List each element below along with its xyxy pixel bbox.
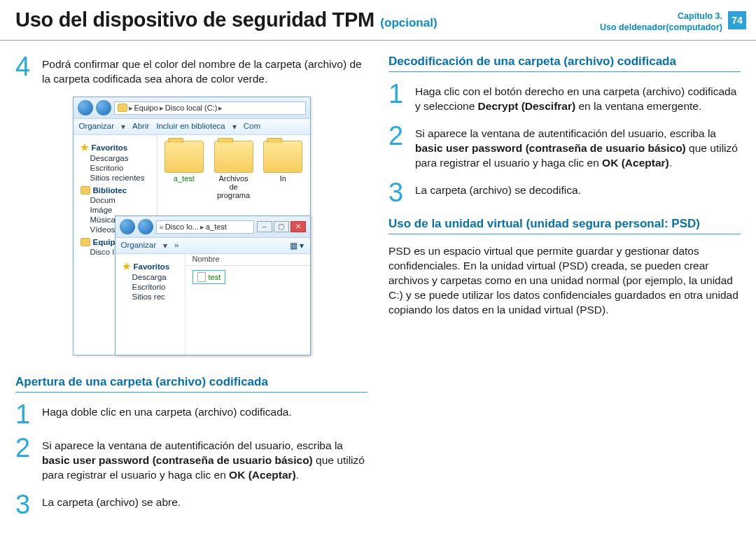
chevron-icon: ▸ — [200, 223, 204, 232]
breadcrumb[interactable]: « Disco lo... ▸ a_test — [156, 220, 254, 234]
forward-icon[interactable] — [96, 100, 111, 115]
folder-atest[interactable]: a_test — [164, 141, 204, 183]
forward-icon[interactable] — [138, 219, 153, 234]
step-text: La carpeta (archivo) se abre. — [42, 493, 181, 516]
dec-step-3: 3 La carpeta (archivo) se decodifica. — [388, 181, 741, 204]
crumb-atest[interactable]: a_test — [206, 223, 227, 231]
folder-icon — [164, 141, 204, 173]
crumb-disco[interactable]: Disco lo... — [165, 223, 199, 231]
breadcrumb[interactable]: ▸ Equipo ▸ Disco local (C:) ▸ — [114, 101, 306, 115]
step-number: 2 — [388, 124, 408, 171]
step-text: Podrá confirmar que el color del nombre … — [42, 55, 368, 87]
sidebar-item[interactable]: Escritorio — [132, 283, 182, 291]
folder-name-encrypted: a_test — [164, 174, 204, 183]
dec-step-2: 2 Si aparece la ventana de autentificaci… — [388, 124, 741, 171]
explorer-window-2: « Disco lo... ▸ a_test – ▢ ✕ Organizar▾ … — [115, 216, 311, 355]
page-title: Uso del dispositivo de seguridad TPM — [15, 8, 374, 31]
folder-icon — [214, 141, 253, 173]
section-psd-heading: Uso de la unidad virtual (unidad segura … — [388, 217, 741, 234]
crumb-equipo[interactable]: Equipo — [134, 104, 158, 112]
left-column: 4 Podrá confirmar que el color del nombr… — [15, 55, 368, 526]
step-text: Haga doble clic en una carpeta (archivo)… — [42, 402, 292, 426]
folder-icon — [263, 141, 302, 173]
file-test-highlighted[interactable]: test — [192, 270, 226, 284]
tb-com[interactable]: Com — [244, 122, 260, 132]
sidebar-libraries[interactable]: Bibliotec — [80, 186, 154, 195]
column-header[interactable]: Nombre — [186, 253, 310, 266]
view-icon[interactable]: ▦ ▾ — [290, 241, 304, 251]
chevron-left-icon: « — [160, 223, 164, 231]
tb-open[interactable]: Abrir — [132, 122, 149, 132]
computer-icon — [118, 104, 127, 112]
tb-more-icon[interactable]: » — [174, 241, 178, 251]
step-text: La carpeta (archivo) se decodifica. — [415, 181, 581, 204]
step-text: Haga clic con el botón derecho en una ca… — [415, 82, 741, 114]
page-number-badge: 74 — [728, 11, 746, 29]
sidebar-item[interactable]: Sitios rec — [132, 292, 182, 301]
folder-name: Archivos de programa — [214, 174, 253, 199]
step-4: 4 Podrá confirmar que el color del nombr… — [15, 55, 368, 87]
header-right: Capítulo 3. Uso deldenador(computador) 7… — [600, 8, 756, 33]
chapter-line1: Capítulo 3. — [600, 11, 722, 22]
page-title-wrap: Uso del dispositivo de seguridad TPM (op… — [15, 8, 438, 31]
step-number: 3 — [15, 493, 35, 516]
chevron-icon: ▸ — [129, 104, 133, 113]
library-icon — [80, 186, 90, 195]
step-text: Si aparece la ventana de autentificación… — [42, 436, 368, 483]
window-nav: ▸ Equipo ▸ Disco local (C:) ▸ — [74, 97, 310, 119]
sidebar-item[interactable]: Imáge — [90, 206, 154, 214]
sidebar-item[interactable]: Escritorio — [90, 164, 154, 172]
sidebar-item[interactable]: Descargas — [90, 154, 154, 162]
crumb-disco[interactable]: Disco local (C:) — [165, 104, 218, 112]
dec-step-1: 1 Haga clic con el botón derecho en una … — [388, 82, 741, 114]
close-icon[interactable]: ✕ — [290, 221, 306, 232]
chevron-icon: ▸ — [160, 104, 164, 113]
sidebar: ★Favoritos Descarga Escritorio Sitios re… — [115, 253, 186, 355]
folder-name: In — [263, 174, 303, 183]
page-subtitle: (opcional) — [380, 16, 437, 29]
right-column: Decodificación de una carpeta (archivo) … — [388, 55, 741, 526]
step-number: 3 — [388, 181, 408, 204]
file-icon — [197, 272, 206, 282]
sidebar-item[interactable]: Descarga — [132, 273, 182, 281]
sidebar-item[interactable]: Sitios recientes — [90, 174, 154, 182]
back-icon[interactable] — [120, 219, 135, 234]
open-step-2: 2 Si aparece la ventana de autentificaci… — [15, 436, 368, 483]
minimize-icon[interactable]: – — [257, 221, 272, 232]
toolbar: Organizar▾ » ▦ ▾ — [115, 238, 310, 254]
file-name-encrypted: test — [209, 273, 221, 281]
open-step-1: 1 Haga doble clic en una carpeta (archiv… — [15, 402, 368, 426]
star-icon: ★ — [80, 142, 89, 153]
open-step-3: 3 La carpeta (archivo) se abre. — [15, 493, 368, 516]
tb-organize[interactable]: Organizar — [79, 122, 115, 132]
section-open-heading: Apertura de una carpeta (archivo) codifi… — [15, 375, 368, 393]
step-number: 1 — [388, 82, 408, 114]
step-number: 1 — [15, 402, 35, 426]
star-icon: ★ — [122, 261, 131, 271]
step-number: 4 — [15, 55, 35, 87]
back-icon[interactable] — [78, 100, 93, 115]
content-columns: 4 Podrá confirmar que el color del nombr… — [0, 41, 756, 526]
sidebar-item[interactable]: Docum — [90, 196, 154, 204]
folder-archivos[interactable]: Archivos de programa — [214, 141, 253, 199]
step-text: Si aparece la ventana de autentificación… — [415, 124, 741, 171]
window-nav: « Disco lo... ▸ a_test – ▢ ✕ — [115, 216, 310, 238]
computer-icon — [80, 238, 90, 246]
maximize-icon[interactable]: ▢ — [274, 221, 289, 232]
tb-include[interactable]: Incluir en biblioteca — [156, 122, 225, 132]
chevron-icon: ▸ — [218, 104, 223, 113]
tb-organize[interactable]: Organizar — [121, 241, 157, 251]
window-controls: – ▢ ✕ — [257, 221, 306, 232]
section-decode-heading: Decodificación de una carpeta (archivo) … — [388, 55, 741, 72]
sidebar-favorites[interactable]: ★Favoritos — [122, 261, 182, 271]
sidebar-favorites[interactable]: ★Favoritos — [80, 142, 154, 153]
step-number: 2 — [15, 436, 35, 483]
page-header: Uso del dispositivo de seguridad TPM (op… — [0, 0, 756, 41]
psd-body: PSD es un espacio virtual que permite gu… — [388, 244, 741, 318]
explorer-screenshot: ▸ Equipo ▸ Disco local (C:) ▸ Organizar▾… — [73, 97, 311, 362]
chapter-line2: Uso deldenador(computador) — [600, 22, 722, 34]
chapter-label: Capítulo 3. Uso deldenador(computador) — [600, 11, 722, 33]
folder-in[interactable]: In — [263, 141, 303, 183]
file-pane: Nombre test — [186, 253, 310, 355]
toolbar: Organizar▾ Abrir Incluir en biblioteca▾ … — [74, 119, 310, 135]
